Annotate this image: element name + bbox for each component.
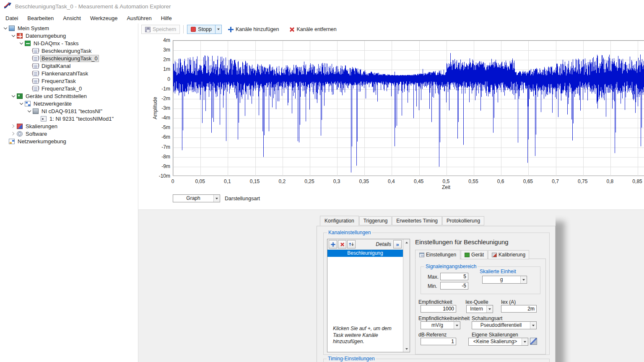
tab-konfiguration[interactable]: Konfiguration: [320, 216, 359, 226]
channel-list-scrollbar[interactable]: [403, 239, 410, 352]
tree-item-label: BeschleunigungTask_0: [40, 55, 99, 62]
tree-item-label: Mein System: [16, 25, 50, 32]
chevron-down-icon[interactable]: [18, 40, 24, 46]
save-label: Speichern: [153, 26, 176, 32]
tree-item-flankenanzahltask[interactable]: FlankenanzahlTask: [0, 70, 138, 77]
add-channels-label: Kanäle hinzufügen: [236, 26, 279, 32]
window-title: BeschleunigungTask_0 - Measurement & Aut…: [15, 3, 171, 10]
tree-item-frequenztask-0[interactable]: FrequenzTask_0: [0, 85, 138, 92]
x-tick-label: 0,15: [250, 178, 260, 184]
chevron-down-icon[interactable]: [26, 108, 32, 114]
triangle-down-icon: [405, 348, 408, 350]
tree-item-ni-cdaq-9181-tectosni[interactable]: NI cDAQ-9181 "tectosNI": [0, 107, 138, 115]
menu-item-werkzeuge[interactable]: Werkzeuge: [86, 13, 122, 23]
circuit-select[interactable]: Pseudodifferentiell: [472, 321, 537, 329]
x-tick-label: 0,6: [497, 178, 504, 184]
tree-item-netzwerkumgebung[interactable]: Netzwerkumgebung: [0, 137, 138, 145]
x-tick-label: 0,2: [278, 178, 286, 184]
chevron-down-icon[interactable]: [3, 25, 8, 31]
iex-label: Iex (A): [501, 299, 516, 305]
stop-button[interactable]: Stopp: [187, 25, 216, 34]
tree-item-frequenztask[interactable]: FrequenzTask: [0, 77, 138, 85]
bottom-area: KonfigurationTriggerungErweitertes Timin…: [138, 209, 644, 362]
min-input[interactable]: [440, 282, 468, 290]
tree-item-netzwerkgeraete[interactable]: Netzwerkgeräte: [0, 100, 138, 107]
chevron-down-icon: [213, 195, 220, 202]
iex-input[interactable]: [501, 305, 537, 313]
x-tick-label: 0,75: [578, 178, 587, 184]
display-type-select[interactable]: Graph: [173, 194, 220, 202]
tab-protokollierung[interactable]: Protokollierung: [442, 216, 484, 225]
scales-icon: [17, 124, 23, 129]
menu-item-bearbeiten[interactable]: Bearbeiten: [23, 13, 58, 23]
tree-indent: [26, 55, 32, 61]
tree-indent: [26, 78, 32, 84]
circuit-label: Schaltungsart: [472, 315, 502, 321]
y-tick-label: 2m: [151, 57, 170, 62]
tree-item-digitalkanal[interactable]: DigitalKanal: [0, 62, 138, 70]
menu-item-ansicht[interactable]: Ansicht: [58, 13, 86, 23]
task-icon: [33, 71, 39, 76]
y-tick-label: -5m: [151, 124, 170, 130]
add-channel-button[interactable]: [329, 240, 337, 248]
sensitivity-input[interactable]: [421, 305, 456, 313]
custom-scale-select[interactable]: <Keine Skalierung>: [468, 338, 528, 346]
toolbar: Speichern Stopp Kanäle hinzufügen Kanäle…: [138, 23, 644, 35]
tab-einstellungen[interactable]: Einstellungen: [415, 250, 460, 260]
save-button[interactable]: Speichern: [141, 25, 180, 34]
scroll-up-button[interactable]: [403, 239, 410, 246]
tab-kalibrierung[interactable]: Kalibrierung: [488, 250, 529, 259]
tree-item-mein-system[interactable]: Mein System: [0, 24, 138, 32]
tree-item-beschleunigungtask-0[interactable]: BeschleunigungTask_0: [0, 54, 138, 62]
remove-channels-button[interactable]: Kanäle entfernen: [286, 25, 340, 34]
reorder-channels-button[interactable]: [347, 240, 356, 248]
tree-indent: [26, 85, 32, 91]
expand-details-button[interactable]: »: [393, 240, 402, 248]
tree-item-skalierungen[interactable]: Skalierungen: [0, 122, 138, 130]
tab-erweitertes-timing[interactable]: Erweitertes Timing: [392, 216, 442, 225]
remove-channel-button[interactable]: [338, 240, 346, 248]
software-icon: [17, 131, 23, 137]
config-panel: KonfigurationTriggerungErweitertes Timin…: [317, 215, 556, 362]
chevron-right-icon[interactable]: [10, 131, 16, 137]
chevron-down-icon[interactable]: [10, 33, 16, 39]
tab-geraet[interactable]: Gerät: [461, 250, 488, 259]
circuit-value: Pseudodifferentiell: [472, 322, 530, 329]
chevron-down-icon[interactable]: [18, 101, 24, 106]
tab-label: Gerät: [471, 252, 484, 258]
tree-item-label: FlankenanzahlTask: [40, 70, 89, 77]
channel-item[interactable]: Beschleunigung: [327, 250, 403, 257]
tree-item-1-ni-9231-tectosnimod1[interactable]: 1: NI 9231 "tectosNIMod1": [0, 115, 138, 122]
tree-item-label: Datenumgebung: [24, 32, 67, 39]
sensitivity-unit-select[interactable]: mV/g: [421, 321, 460, 329]
devices-icon: [17, 93, 23, 99]
tree-item-label: NI cDAQ-9181 "tectosNI": [40, 108, 104, 115]
add-channels-button[interactable]: Kanäle hinzufügen: [224, 25, 283, 34]
menu-item-hilfe[interactable]: Hilfe: [156, 13, 177, 23]
iex-source-select[interactable]: Intern: [466, 305, 493, 313]
task-icon: [33, 56, 39, 61]
tree-item-datenumgebung[interactable]: Datenumgebung: [0, 32, 138, 39]
menu-bar: DateiBearbeitenAnsichtWerkzeugeAusführen…: [0, 13, 644, 23]
tree-item-ni-daqmx-tasks[interactable]: NI-DAQmx - Tasks: [0, 39, 138, 47]
scaled-unit-value: g: [483, 276, 520, 283]
menu-item-datei[interactable]: Datei: [1, 13, 23, 23]
sensitivity-label: Empfindlichkeit: [418, 299, 452, 305]
tree-item-label: Skalierungen: [24, 123, 59, 130]
chevron-down-icon[interactable]: [10, 93, 16, 99]
scroll-down-button[interactable]: [403, 346, 410, 352]
tree-item-beschleunigungtask[interactable]: BeschleunigungTask: [0, 47, 138, 54]
tab-triggerung[interactable]: Triggerung: [359, 216, 392, 225]
x-tick-label: 0,4: [388, 178, 395, 184]
custom-scale-icon[interactable]: [530, 338, 537, 345]
scaled-unit-select[interactable]: g: [482, 276, 527, 284]
tree-item-software[interactable]: Software: [0, 130, 138, 137]
tree-item-geraete-und-schnittstellen[interactable]: Geräte und Schnittstellen: [0, 92, 138, 100]
db-ref-input[interactable]: [421, 338, 456, 345]
calibration-tool-icon: [492, 253, 497, 257]
stop-dropdown-button[interactable]: [216, 25, 222, 34]
chevron-right-icon[interactable]: [10, 123, 16, 129]
max-input[interactable]: [440, 273, 468, 280]
menu-item-ausfuehren[interactable]: Ausführen: [122, 13, 156, 23]
tree-item-label: Netzwerkumgebung: [16, 138, 68, 145]
